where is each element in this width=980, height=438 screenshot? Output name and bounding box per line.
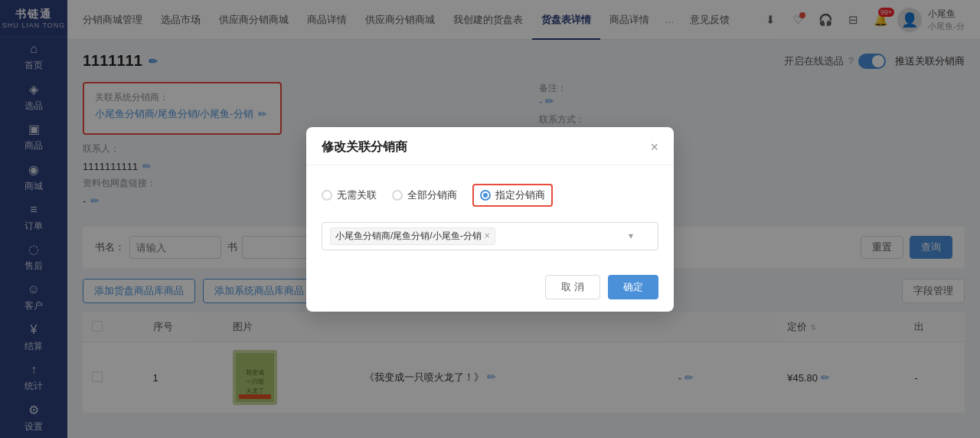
- radio-all[interactable]: 全部分销商: [392, 188, 457, 202]
- modal-footer: 取 消 确定: [306, 266, 674, 312]
- confirm-button[interactable]: 确定: [608, 275, 658, 299]
- radio-specific-circle: [480, 190, 491, 201]
- radio-none-circle: [322, 190, 332, 201]
- radio-specific-label: 指定分销商: [495, 188, 545, 202]
- modal-close-button[interactable]: ×: [650, 140, 658, 154]
- tag-close-icon[interactable]: ×: [485, 230, 490, 241]
- radio-group: 无需关联 全部分销商 指定分销商: [322, 184, 658, 207]
- modal-dialog: 修改关联分销商 × 无需关联 全部分销商 指定分销商: [306, 127, 674, 312]
- radio-none[interactable]: 无需关联: [322, 188, 377, 202]
- radio-all-circle: [392, 190, 403, 201]
- selected-tag: 小尾鱼分销商/尾鱼分销/小尾鱼-分销 ×: [330, 227, 495, 245]
- distributor-select[interactable]: 小尾鱼分销商/尾鱼分销/小尾鱼-分销 × ▾: [322, 222, 658, 250]
- radio-none-label: 无需关联: [337, 188, 377, 202]
- modal-overlay[interactable]: 修改关联分销商 × 无需关联 全部分销商 指定分销商: [0, 0, 980, 438]
- radio-all-label: 全部分销商: [407, 188, 457, 202]
- modal-header: 修改关联分销商 ×: [306, 127, 674, 165]
- selected-tag-text: 小尾鱼分销商/尾鱼分销/小尾鱼-分销: [335, 230, 482, 243]
- modal-title: 修改关联分销商: [322, 139, 407, 155]
- modal-body: 无需关联 全部分销商 指定分销商 小尾鱼分销商/尾鱼分销/小尾鱼-分销 × ▾: [306, 165, 674, 266]
- cancel-button[interactable]: 取 消: [545, 275, 600, 299]
- radio-specific[interactable]: 指定分销商: [472, 184, 553, 207]
- select-arrow-icon: ▾: [629, 230, 633, 241]
